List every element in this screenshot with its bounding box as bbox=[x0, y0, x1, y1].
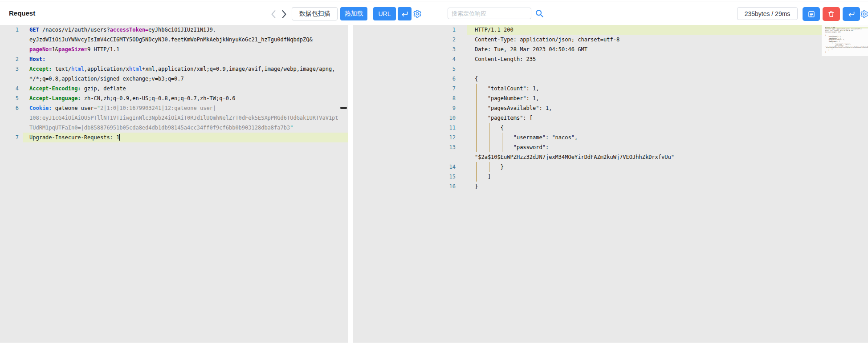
packet-scan-button[interactable]: 数据包扫描 bbox=[292, 7, 338, 20]
code-text: "totalCount": 1, bbox=[459, 84, 539, 93]
indent-guide bbox=[476, 123, 477, 133]
line-number: 8 bbox=[353, 93, 459, 103]
line-number: 9 bbox=[353, 103, 459, 113]
code-text: */*;q=0.8,application/signed-exchange;v=… bbox=[22, 74, 184, 84]
code-row: 5 bbox=[353, 64, 868, 74]
hot-reload-button[interactable]: 热加载 bbox=[340, 7, 367, 20]
code-text: ] bbox=[459, 172, 491, 182]
response-editor[interactable]: HTTP/1.1 200Content-Type: application/js… bbox=[353, 25, 868, 343]
indent-guide bbox=[476, 142, 477, 152]
code-text: "$2a$10$EuWPZHzz32dJN7jexM34MOeYirDdFAZm… bbox=[459, 152, 674, 162]
response-search-input[interactable] bbox=[448, 8, 531, 19]
code-row: 108:eyJ1cG4iOiAiQU5PTllNT1VTIiwgInNlc3Np… bbox=[0, 113, 348, 123]
code-text: GET /nacos/v1/auth/users?accessToken=eyJ… bbox=[22, 25, 216, 35]
code-row: */*;q=0.8,application/signed-exchange;v=… bbox=[0, 74, 348, 84]
code-row: 2Content-Type: application/json; charset… bbox=[353, 35, 868, 45]
request-panel-title: Request bbox=[9, 9, 35, 17]
code-text: 108:eyJ1cG4iOiAiQU5PTllNT1VTIiwgInNlc3Np… bbox=[22, 113, 338, 123]
prev-packet-button[interactable] bbox=[271, 10, 276, 20]
response-detail-list-button[interactable] bbox=[803, 7, 820, 21]
code-text: "pageItems": [ bbox=[459, 113, 533, 123]
code-row: 3Date: Tue, 28 Mar 2023 04:50:46 GMT bbox=[353, 45, 868, 54]
search-icon bbox=[534, 8, 544, 18]
code-text: "username": "nacos", bbox=[459, 133, 578, 142]
indent-guide bbox=[489, 133, 489, 142]
code-row: 7Upgrade-Insecure-Requests: 1 bbox=[0, 133, 348, 142]
line-number bbox=[0, 45, 22, 54]
clear-response-button[interactable] bbox=[823, 7, 840, 21]
code-text: { bbox=[459, 123, 504, 133]
line-number bbox=[0, 113, 22, 123]
line-number: 1 bbox=[0, 25, 22, 35]
next-packet-button[interactable] bbox=[281, 10, 287, 20]
code-row: 16} bbox=[353, 182, 868, 191]
code-text: Accept-Language: zh-CN,zh;q=0.9,en-US;q=… bbox=[22, 93, 235, 103]
text-cursor bbox=[119, 134, 120, 141]
chevron-right-icon bbox=[281, 10, 287, 18]
line-number bbox=[0, 74, 22, 84]
code-row: 13 "password": bbox=[353, 142, 868, 152]
code-row: 5Accept-Language: zh-CN,zh;q=0.9,en-US;q… bbox=[0, 93, 348, 103]
indent-guide bbox=[476, 93, 477, 103]
indent-guide bbox=[476, 133, 477, 142]
code-text bbox=[459, 64, 475, 74]
line-number bbox=[0, 35, 22, 45]
line-number: 15 bbox=[353, 172, 459, 182]
line-number: 11 bbox=[353, 123, 459, 133]
chevron-left-icon bbox=[271, 10, 276, 18]
code-row: 6Cookie: gateone_user="2|1:0|10:16799032… bbox=[0, 103, 348, 113]
trash-icon bbox=[827, 10, 835, 18]
code-text: "pagesAvailable": 1, bbox=[459, 103, 552, 113]
code-text: Accept-Encoding: gzip, deflate bbox=[22, 84, 126, 93]
line-number: 5 bbox=[0, 93, 22, 103]
indent-guide bbox=[476, 113, 477, 123]
line-number: 2 bbox=[353, 35, 459, 45]
line-number: 1 bbox=[353, 25, 459, 35]
resend-button[interactable] bbox=[843, 7, 860, 21]
code-text: Content-Type: application/json; charset=… bbox=[459, 35, 619, 45]
indent-guide bbox=[489, 142, 489, 152]
line-number: 4 bbox=[353, 54, 459, 64]
line-number: 7 bbox=[353, 84, 459, 93]
request-settings-button[interactable] bbox=[413, 9, 422, 18]
list-icon bbox=[807, 10, 815, 18]
line-number bbox=[353, 152, 459, 162]
response-settings-button[interactable] bbox=[860, 10, 868, 18]
indent-guide bbox=[489, 123, 489, 133]
enter-icon bbox=[848, 11, 855, 17]
send-request-button[interactable] bbox=[398, 7, 412, 20]
code-text: Upgrade-Insecure-Requests: 1 bbox=[22, 133, 120, 142]
request-editor[interactable]: 1GET /nacos/v1/auth/users?accessToken=ey… bbox=[0, 25, 348, 343]
code-text: } bbox=[459, 162, 504, 172]
code-text: "pageNumber": 1, bbox=[459, 93, 539, 103]
line-number: 2 bbox=[0, 54, 22, 64]
line-number: 6 bbox=[0, 103, 22, 113]
gear-icon bbox=[860, 10, 868, 18]
gear-icon bbox=[413, 9, 422, 18]
code-row: eyJzdWIiOiJuYWNvcyIsImV4cCI6MTY5ODg5NDcy… bbox=[0, 35, 348, 45]
packet-repeater-window: Request 数据包扫描 热加载 URL 235bytes / 29ms bbox=[0, 0, 868, 348]
line-number: 14 bbox=[353, 162, 459, 172]
code-row: 7 "totalCount": 1, bbox=[353, 84, 868, 93]
top-border bbox=[0, 1, 868, 1]
url-encode-button[interactable]: URL bbox=[373, 7, 396, 20]
code-row: 2Host: bbox=[0, 54, 348, 64]
line-number bbox=[0, 123, 22, 133]
code-text: } bbox=[459, 182, 478, 191]
indent-guide bbox=[502, 133, 502, 142]
current-line-highlight bbox=[467, 25, 822, 35]
code-text: Date: Tue, 28 Mar 2023 04:50:46 GMT bbox=[459, 45, 587, 54]
code-text: Cookie: gateone_user="2|1:0|10:167990324… bbox=[22, 103, 216, 113]
code-row: 14 } bbox=[353, 162, 868, 172]
line-number: 12 bbox=[353, 133, 459, 142]
search-button[interactable] bbox=[534, 8, 544, 18]
line-number: 5 bbox=[353, 64, 459, 74]
line-number: 3 bbox=[353, 45, 459, 54]
code-row: 6{ bbox=[353, 74, 868, 84]
line-number: 13 bbox=[353, 142, 459, 152]
code-row: 11 { bbox=[353, 123, 868, 133]
line-number: 4 bbox=[0, 84, 22, 93]
code-row: 10 "pageItems": [ bbox=[353, 113, 868, 123]
line-number: 6 bbox=[353, 74, 459, 84]
code-text: Accept: text/html,application/xhtml+xml,… bbox=[22, 64, 335, 74]
